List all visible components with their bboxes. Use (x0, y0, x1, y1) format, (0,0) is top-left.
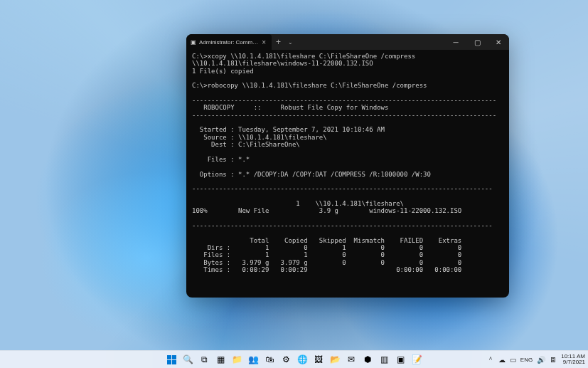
taskbar-taskview-icon[interactable]: ⧉ (197, 352, 212, 367)
clock-date: 9/7/2021 (561, 359, 585, 365)
language-indicator[interactable]: ENG (520, 357, 533, 363)
onedrive-icon[interactable]: ☁ (498, 356, 506, 364)
taskbar-settings-icon[interactable]: ⚙ (279, 352, 294, 367)
taskbar-center: 🔍⧉▦📁👥🛍⚙🌐🖼📂✉⬢▥▣📝 (164, 352, 424, 367)
tray-chevron-icon[interactable]: ＾ (487, 354, 494, 364)
maximize-button[interactable]: ▢ (466, 34, 488, 50)
titlebar[interactable]: ▣ Administrator: Command Prom × + ⌄ ─ ▢ … (186, 34, 509, 50)
taskbar-search-icon[interactable]: 🔍 (181, 352, 196, 367)
cmd-icon: ▣ (191, 39, 196, 46)
taskbar: 🔍⧉▦📁👥🛍⚙🌐🖼📂✉⬢▥▣📝 ＾ ☁ ▭ ENG 🔊 🗏 10:11 AM 9… (0, 350, 588, 368)
taskbar-photos-icon[interactable]: 🖼 (311, 352, 326, 367)
taskbar-mail-icon[interactable]: ✉ (344, 352, 359, 367)
taskbar-files2-icon[interactable]: 📂 (328, 352, 343, 367)
taskbar-app1-icon[interactable]: ▥ (377, 352, 392, 367)
tab-title: Administrator: Command Prom (199, 39, 259, 46)
terminal-output[interactable]: C:\>xcopy \\10.1.4.181\fileshare C:\File… (186, 50, 509, 298)
volume-icon[interactable]: 🔊 (537, 356, 545, 364)
taskbar-office-icon[interactable]: ⬢ (360, 352, 375, 367)
battery-icon[interactable]: 🗏 (550, 356, 557, 364)
close-button[interactable]: ✕ (488, 34, 509, 50)
system-tray: ＾ ☁ ▭ ENG 🔊 🗏 10:11 AM 9/7/2021 (487, 354, 585, 366)
taskbar-widgets-icon[interactable]: ▦ (213, 352, 228, 367)
taskbar-terminal-icon[interactable]: ▣ (393, 352, 408, 367)
taskbar-edge-icon[interactable]: 🌐 (295, 352, 310, 367)
taskbar-notes-icon[interactable]: 📝 (410, 352, 424, 367)
new-tab-button[interactable]: + (272, 37, 285, 47)
minimize-button[interactable]: ─ (445, 34, 466, 50)
network-icon[interactable]: ▭ (510, 356, 516, 364)
taskbar-teams-icon[interactable]: 👥 (246, 352, 261, 367)
taskbar-explorer-icon[interactable]: 📁 (230, 352, 245, 367)
taskbar-clock[interactable]: 10:11 AM 9/7/2021 (561, 354, 585, 366)
taskbar-start-icon[interactable] (164, 352, 179, 367)
tab-dropdown-icon[interactable]: ⌄ (285, 39, 296, 46)
terminal-window: ▣ Administrator: Command Prom × + ⌄ ─ ▢ … (186, 34, 509, 298)
taskbar-store-icon[interactable]: 🛍 (262, 352, 277, 367)
tab-active[interactable]: ▣ Administrator: Command Prom × (186, 34, 272, 50)
close-tab-icon[interactable]: × (262, 38, 266, 46)
